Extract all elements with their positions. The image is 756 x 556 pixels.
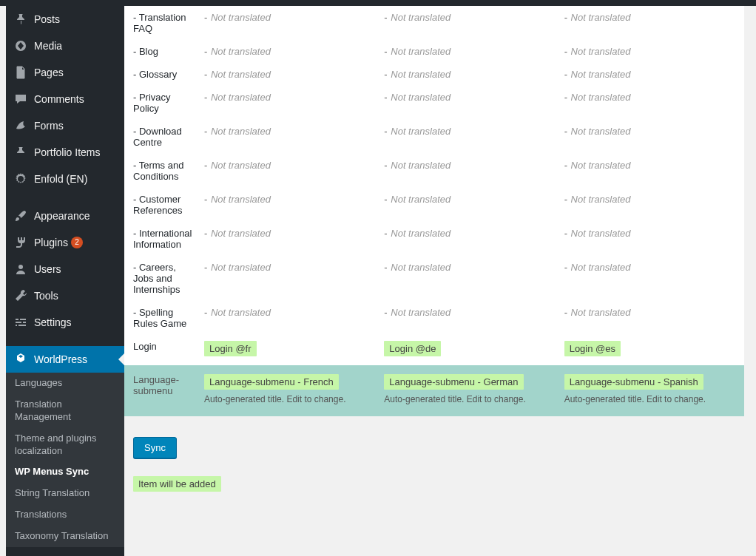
comment-icon [13,92,28,106]
sidebar-item-label: WorldPress [34,353,87,365]
table-row: - Blog- Not translated- Not translated- … [124,40,744,63]
table-row: - Terms and Conditions- Not translated- … [124,154,744,188]
submenu-item-translations[interactable]: Translations [6,504,124,526]
sidebar-item-posts[interactable]: Posts [6,6,124,33]
legend: Item will be added [133,476,744,492]
sidebar-item-tools[interactable]: Tools [6,282,124,309]
not-translated-label: Not translated [391,92,450,103]
not-translated-label: Not translated [571,160,631,171]
sidebar-item-pages[interactable]: Pages [6,59,124,86]
cell-lang-es: Language-submenu - Spanish Auto-generate… [564,374,744,404]
translation-cell: - Not translated [564,194,744,205]
translation-cell: - Not translated [204,228,384,239]
lang-submenu-es-badge[interactable]: Language-submenu - Spanish [564,374,703,390]
lang-submenu-fr-badge[interactable]: Language-submenu - French [204,374,339,390]
submenu-item-theme-and-plugins-localization[interactable]: Theme and plugins localization [6,428,124,462]
not-translated-label: Not translated [391,126,450,137]
not-translated-label: Not translated [571,69,631,80]
not-translated-label: Not translated [391,194,450,205]
auto-note-fr: Auto-generated title. Edit to change. [204,394,378,404]
translation-cell: - Not translated [204,262,384,273]
not-translated-label: Not translated [391,46,450,57]
not-translated-label: Not translated [571,228,631,239]
sidebar-item-worldpress[interactable]: WorldPress [6,346,124,373]
sidebar-submenu: LanguagesTranslation ManagementTheme and… [6,373,124,547]
sidebar-item-enfold-en-[interactable]: Enfold (EN) [6,166,124,192]
layers-icon [13,553,28,556]
sidebar-item-layerslider-wp[interactable]: LayerSlider WP [6,547,124,556]
not-translated-label: Not translated [391,228,450,239]
admin-bar [0,0,756,6]
not-translated-label: Not translated [211,69,271,80]
translation-cell: - Not translated [204,307,384,318]
svg-point-0 [18,265,23,269]
submenu-item-wp-menus-sync[interactable]: WP Menus Sync [6,461,124,483]
submenu-item-taxonomy-translation[interactable]: Taxonomy Translation [6,526,124,547]
sidebar-item-comments[interactable]: Comments [6,86,124,112]
pages-icon [13,65,28,80]
sidebar-item-portfolio-items[interactable]: Portfolio Items [6,139,124,166]
sidebar-item-label: Settings [34,316,72,328]
translation-cell: - Not translated [204,194,384,205]
not-translated-label: Not translated [391,262,450,273]
submenu-item-string-translation[interactable]: String Translation [6,483,124,504]
cell-login-fr: Login @fr [204,341,384,356]
translation-cell: - Not translated [384,307,564,318]
auto-note-es: Auto-generated title. Edit to change. [564,394,738,404]
source-label: - Privacy Policy [124,92,204,114]
table-row: - Careers, Jobs and Internships- Not tra… [124,256,744,301]
sidebar-item-label: Enfold (EN) [34,173,87,185]
table-row: - Privacy Policy- Not translated- Not tr… [124,86,744,120]
not-translated-label: Not translated [571,126,631,137]
sliders-icon [13,315,28,330]
login-es-badge[interactable]: Login @es [564,341,621,356]
translation-cell: - Not translated [384,92,564,103]
translation-cell: - Not translated [384,228,564,239]
translation-cell: - Not translated [204,69,384,80]
cell-lang-de: Language-submenu - German Auto-generated… [384,374,564,404]
sidebar-item-label: Posts [34,13,60,25]
table-row: - Translation FAQ- Not translated- Not t… [124,6,744,40]
submenu-item-translation-management[interactable]: Translation Management [6,394,124,428]
sidebar-item-media[interactable]: Media [6,33,124,59]
sidebar-item-appearance[interactable]: Appearance [6,203,124,229]
not-translated-label: Not translated [571,262,631,273]
translation-cell: - Not translated [564,307,744,318]
lang-submenu-de-badge[interactable]: Language-submenu - German [384,374,523,390]
translation-cell: - Not translated [384,46,564,57]
sidebar-item-settings[interactable]: Settings [6,309,124,336]
not-translated-label: Not translated [211,46,271,57]
sidebar-item-label: Users [34,263,61,275]
not-translated-label: Not translated [211,92,271,103]
not-translated-label: Not translated [391,160,450,171]
submenu-item-languages[interactable]: Languages [6,373,124,394]
sidebar-item-forms[interactable]: Forms [6,112,124,139]
sidebar-item-users[interactable]: Users [6,256,124,282]
translation-cell: - Not translated [564,262,744,273]
translation-cell: - Not translated [384,160,564,171]
not-translated-label: Not translated [211,228,271,239]
translation-cell: - Not translated [564,12,744,23]
sync-button[interactable]: Sync [133,437,177,458]
row-login: Login Login @fr Login @de Login @es [124,335,744,362]
not-translated-label: Not translated [211,12,271,23]
not-translated-label: Not translated [571,194,631,205]
menu-sync-table: - Translation FAQ- Not translated- Not t… [124,6,744,416]
table-row: - International Information- Not transla… [124,222,744,256]
sidebar-item-label: Comments [34,93,84,105]
not-translated-label: Not translated [211,160,271,171]
translation-cell: - Not translated [204,126,384,137]
sidebar-item-plugins[interactable]: Plugins2 [6,229,124,256]
source-label: - Customer References [124,194,204,216]
not-translated-label: Not translated [211,307,271,318]
table-row: - Glossary- Not translated- Not translat… [124,63,744,86]
admin-sidebar: PostsMediaPagesCommentsFormsPortfolio It… [6,6,124,556]
sidebar-item-label: Forms [34,120,64,132]
translation-cell: - Not translated [204,92,384,103]
brush-icon [13,208,28,223]
not-translated-label: Not translated [571,92,631,103]
source-language-submenu: Language-submenu [124,374,204,396]
login-fr-badge[interactable]: Login @fr [204,341,257,356]
source-label: - Blog [124,46,204,57]
login-de-badge[interactable]: Login @de [384,341,441,356]
